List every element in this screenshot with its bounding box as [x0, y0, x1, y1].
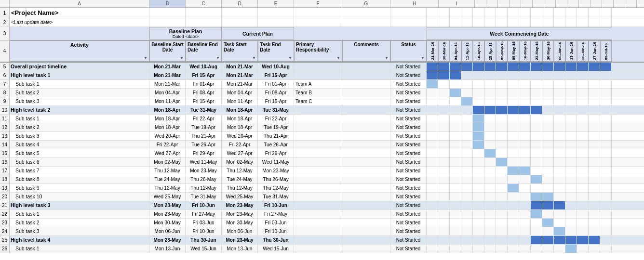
- baseline-end-cell: Fri 10-Jun: [186, 201, 222, 209]
- status-filter[interactable]: ▼: [421, 56, 425, 60]
- gantt-cell: [589, 141, 600, 149]
- bs-filter[interactable]: ▼: [180, 56, 184, 60]
- gantt-cell: [427, 236, 438, 244]
- gantt-cell: [496, 89, 508, 97]
- comments-filter[interactable]: ▼: [385, 56, 389, 60]
- gantt-cell: [427, 227, 438, 235]
- gantt-cell: [508, 201, 519, 209]
- be-filter[interactable]: ▼: [216, 56, 220, 60]
- gantt-cell: [461, 132, 473, 140]
- task-end-cell: Tue 31-May: [258, 106, 294, 114]
- table-row: 8 Sub task 2 Mon 04-Apr Fri 08-Apr Mon 0…: [0, 89, 644, 97]
- gantt-cell: [450, 71, 461, 79]
- row-num-8: 8: [0, 89, 10, 97]
- comments-cell: [342, 227, 390, 235]
- row-num-22: 22: [0, 210, 10, 218]
- task-end-cell: Fri 15-Apr: [258, 71, 294, 79]
- gantt-cell: [473, 149, 484, 157]
- gantt-cell: [438, 97, 450, 105]
- gantt-week-headers: 21-Mar-16 28-Mar-16 04-Apr-16 11-Apr-16 …: [427, 40, 612, 62]
- row-num-7: 7: [0, 80, 10, 88]
- status-cell: Not Started: [390, 141, 427, 149]
- gantt-cell: [450, 115, 461, 123]
- data-rows-container: 5 Overall project timeline Mon 21-Mar We…: [0, 63, 644, 253]
- gantt-cell: [577, 71, 589, 79]
- gantt-cell: [577, 236, 589, 244]
- gantt-cell: [473, 71, 484, 79]
- task-end-cell: Fri 03-Jun: [258, 219, 294, 227]
- col-letter-d: D: [222, 0, 258, 7]
- ts-filter[interactable]: ▼: [252, 56, 256, 60]
- gantt-cell: [496, 193, 508, 201]
- baseline-end-cell: Wed 10-Aug: [186, 63, 222, 71]
- gantt-cell: [508, 193, 519, 201]
- gantt-cell: [531, 158, 542, 166]
- gantt-cell: [589, 227, 600, 235]
- gantt-cell: [484, 167, 496, 175]
- table-row: 21 High level task 3 Mon 23-May Fri 10-J…: [0, 201, 644, 210]
- table-row: 7 Sub task 1 Mon 21-Mar Fri 01-Apr Mon 2…: [0, 80, 644, 89]
- gantt-cell: [531, 175, 542, 183]
- gantt-cell: [577, 245, 589, 253]
- row-num-15: 15: [0, 149, 10, 157]
- col-letter-h: H: [390, 0, 439, 7]
- gantt-cell: [542, 123, 554, 131]
- task-start-cell: Thu 12-May: [222, 167, 258, 175]
- empty-3g: [294, 27, 342, 40]
- comments-cell: [342, 123, 390, 131]
- gantt-cell: [461, 123, 473, 131]
- gantt-cell: [577, 97, 589, 105]
- row-num-9: 9: [0, 97, 10, 105]
- gantt-cell: [600, 184, 612, 192]
- task-end-cell: Wed 10-Aug: [258, 63, 294, 71]
- gantt-cell: [461, 158, 473, 166]
- gantt-cell: [565, 210, 577, 218]
- gantt-cell: [554, 132, 565, 140]
- gantt-cell: [565, 201, 577, 209]
- gantt-cell: [496, 141, 508, 149]
- gantt-cell: [542, 149, 554, 157]
- gantt-cell: [589, 149, 600, 157]
- gantt-cell: [542, 132, 554, 140]
- gantt-cell: [577, 141, 589, 149]
- gantt-cell: [508, 115, 519, 123]
- activity-filter[interactable]: ▼: [144, 56, 148, 60]
- gantt-cell: [450, 123, 461, 131]
- activity-cell: Sub task 3: [10, 132, 149, 140]
- week-commencing-header: Week Commencing Date: [427, 27, 612, 40]
- gantt-cell: [577, 193, 589, 201]
- gantt-cell: [542, 106, 554, 114]
- gantt-cell: [589, 158, 600, 166]
- gantt-cell: [496, 97, 508, 105]
- gantt-cell: [473, 89, 484, 97]
- task-end-cell: Thu 30-Jun: [258, 236, 294, 244]
- activity-cell: Sub task 8: [10, 175, 149, 183]
- baseline-end-cell: Fri 10-Jun: [186, 227, 222, 235]
- gantt-cell: [473, 141, 484, 149]
- baseline-end-cell: Fri 15-Apr: [186, 97, 222, 105]
- baseline-start-cell: Mon 23-May: [149, 236, 186, 244]
- gantt-cell: [438, 175, 450, 183]
- corner-cell: [0, 0, 10, 7]
- activity-cell: High level task 1: [10, 71, 149, 79]
- gantt-cell: [484, 115, 496, 123]
- empty-2e: [222, 18, 258, 26]
- gantt-cell: [600, 175, 612, 183]
- gantt-cell: [519, 201, 531, 209]
- gantt-cell: [565, 184, 577, 192]
- empty-1c: [149, 8, 186, 18]
- gantt-col-letters: [475, 0, 644, 7]
- gantt-cell: [519, 167, 531, 175]
- gantt-cell: [438, 106, 450, 114]
- activity-cell: Sub task 2: [10, 123, 149, 131]
- status-cell: Not Started: [390, 115, 427, 123]
- baseline-start-cell: Mon 06-Jun: [149, 227, 186, 235]
- gantt-cell: [508, 236, 519, 244]
- gantt-cell: [554, 158, 565, 166]
- gantt-cell: [461, 219, 473, 227]
- te-filter[interactable]: ▼: [288, 56, 292, 60]
- table-row: 26 Sub task 1 Mon 13-Jun Wed 15-Jun Mon …: [0, 245, 644, 253]
- gantt-cell: [542, 219, 554, 227]
- resp-filter[interactable]: ▼: [336, 56, 340, 60]
- comments-cell: [342, 132, 390, 140]
